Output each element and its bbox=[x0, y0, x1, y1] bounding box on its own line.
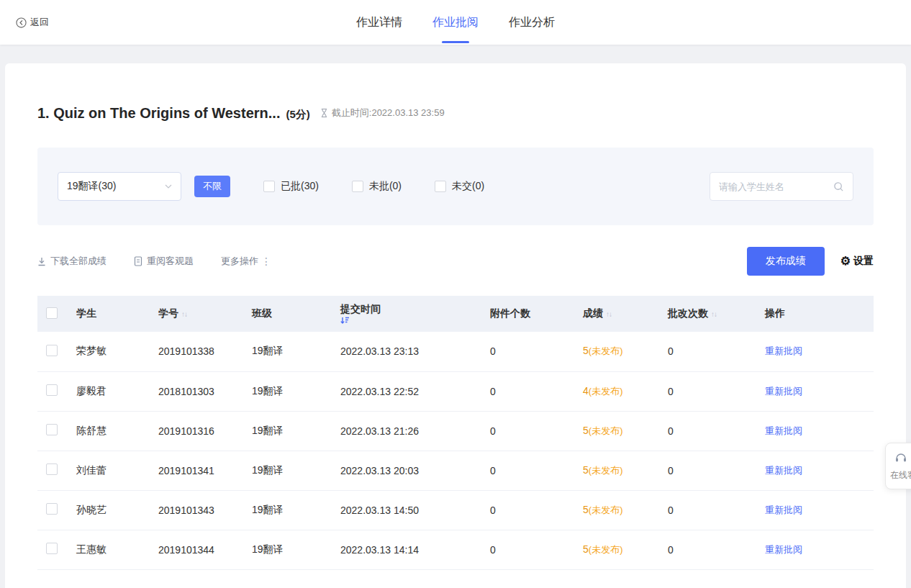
cell-student: 孙晓艺 bbox=[71, 490, 153, 530]
cell-correction-count: 0 bbox=[662, 371, 759, 411]
checkbox-icon[interactable] bbox=[263, 181, 275, 192]
row-checkbox[interactable] bbox=[46, 384, 58, 396]
sort-descending-icon[interactable] bbox=[340, 316, 484, 325]
cell-student: 陈舒慧 bbox=[71, 411, 153, 451]
cell-correction-count: 0 bbox=[662, 411, 759, 451]
cell-student-id: 2018101303 bbox=[153, 371, 246, 411]
filter-all-button[interactable]: 不限 bbox=[194, 176, 230, 197]
assignment-score: (5分) bbox=[286, 108, 309, 122]
table-row: 陈舒慧 2019101316 19翻译 2022.03.13 21:26 0 5… bbox=[37, 411, 874, 451]
sort-icon[interactable]: ↑↓ bbox=[711, 310, 717, 318]
cell-correction-count: 0 bbox=[662, 332, 759, 371]
cell-student-id: 2019101341 bbox=[153, 451, 246, 490]
publish-grades-button[interactable]: 发布成绩 bbox=[747, 247, 825, 276]
row-checkbox[interactable] bbox=[46, 424, 58, 435]
table-row: 王惠敏 2019101344 19翻译 2022.03.13 14:14 0 5… bbox=[37, 530, 874, 569]
main-card: 1. Quiz on The Origins of Western... (5分… bbox=[5, 63, 906, 588]
select-all-checkbox[interactable] bbox=[46, 307, 58, 319]
more-dots-icon: ⋮ bbox=[261, 255, 271, 267]
tab-assignment-detail[interactable]: 作业详情 bbox=[355, 0, 404, 45]
score-status: (未发布) bbox=[589, 505, 623, 515]
table-row: 孙晓艺 2019101343 19翻译 2022.03.13 14:50 0 5… bbox=[37, 490, 874, 530]
rereview-link[interactable]: 重新批阅 bbox=[765, 386, 802, 397]
row-checkbox[interactable] bbox=[46, 463, 58, 475]
checkbox-icon[interactable] bbox=[352, 181, 363, 192]
cell-attachments: 0 bbox=[484, 490, 577, 530]
customer-service-widget[interactable]: 在线客服 bbox=[885, 443, 911, 489]
class-select[interactable]: 19翻译(30) bbox=[58, 172, 181, 201]
cell-student: 荣梦敏 bbox=[71, 332, 153, 371]
more-actions-link[interactable]: 更多操作 ⋮ bbox=[221, 255, 271, 268]
cell-actions: 重新批阅 bbox=[759, 530, 874, 569]
cell-actions: 重新批阅 bbox=[759, 411, 874, 451]
sort-icon[interactable]: ↑↓ bbox=[181, 310, 187, 318]
filter-bar: 19翻译(30) 不限 已批(30) 未批(0) 未交(0) bbox=[37, 148, 874, 225]
cell-score: 4(未发布) bbox=[577, 371, 662, 411]
search-input[interactable] bbox=[719, 181, 828, 192]
document-icon bbox=[134, 256, 142, 266]
checkbox-icon[interactable] bbox=[435, 181, 446, 192]
search-icon[interactable] bbox=[833, 181, 844, 192]
back-button[interactable]: 返回 bbox=[16, 16, 49, 29]
cell-attachments: 0 bbox=[484, 411, 577, 451]
row-checkbox[interactable] bbox=[46, 543, 58, 554]
cell-student: 廖毅君 bbox=[71, 371, 153, 411]
cell-score: 5(未发布) bbox=[577, 411, 662, 451]
filter-checkbox-unsubmitted[interactable]: 未交(0) bbox=[435, 180, 484, 193]
rereview-link[interactable]: 重新批阅 bbox=[765, 425, 802, 436]
rereview-link[interactable]: 重新批阅 bbox=[765, 345, 802, 356]
rereview-link[interactable]: 重新批阅 bbox=[765, 465, 802, 476]
cell-student-id: 2019101316 bbox=[153, 411, 246, 451]
row-checkbox[interactable] bbox=[46, 345, 58, 356]
score-status: (未发布) bbox=[589, 345, 623, 356]
assignment-header: 1. Quiz on The Origins of Western... (5分… bbox=[37, 105, 874, 122]
cell-score: 5(未发布) bbox=[577, 332, 662, 371]
row-checkbox[interactable] bbox=[46, 503, 58, 515]
assignment-title: 1. Quiz on The Origins of Western... bbox=[37, 105, 280, 122]
cell-submit-time: 2022.03.13 22:52 bbox=[335, 371, 484, 411]
cell-class: 19翻译 bbox=[246, 530, 335, 569]
table-row: 刘佳蕾 2019101341 19翻译 2022.03.13 20:03 0 5… bbox=[37, 451, 874, 490]
cell-attachments: 0 bbox=[484, 371, 577, 411]
cell-score: 5(未发布) bbox=[577, 490, 662, 530]
col-class: 班级 bbox=[246, 296, 335, 332]
gear-icon: ⚙ bbox=[840, 255, 851, 267]
back-icon bbox=[16, 17, 27, 28]
cell-student-id: 2019101338 bbox=[153, 332, 246, 371]
settings-button[interactable]: ⚙ 设置 bbox=[840, 255, 874, 268]
hourglass-icon bbox=[320, 108, 328, 118]
download-all-grades-link[interactable]: 下载全部成绩 bbox=[37, 255, 106, 268]
cell-class: 19翻译 bbox=[246, 371, 335, 411]
cell-actions: 重新批阅 bbox=[759, 490, 874, 530]
cell-class: 19翻译 bbox=[246, 451, 335, 490]
rereview-link[interactable]: 重新批阅 bbox=[765, 544, 802, 555]
cell-submit-time: 2022.03.13 23:13 bbox=[335, 332, 484, 371]
tab-bar: 作业详情 作业批阅 作业分析 bbox=[355, 0, 556, 45]
chevron-down-icon bbox=[165, 184, 172, 189]
cell-submit-time: 2022.03.13 21:26 bbox=[335, 411, 484, 451]
back-label: 返回 bbox=[30, 16, 49, 29]
cell-submit-time: 2022.03.13 14:14 bbox=[335, 530, 484, 569]
rereview-link[interactable]: 重新批阅 bbox=[765, 505, 802, 515]
cell-class: 19翻译 bbox=[246, 490, 335, 530]
sort-icon[interactable]: ↑↓ bbox=[606, 310, 612, 318]
col-correction-count: 批改次数↑↓ bbox=[662, 296, 759, 332]
col-score: 成绩↑↓ bbox=[577, 296, 662, 332]
cell-score: 5(未发布) bbox=[577, 530, 662, 569]
tab-assignment-analysis[interactable]: 作业分析 bbox=[507, 0, 556, 45]
cell-score: 5(未发布) bbox=[577, 451, 662, 490]
student-search bbox=[710, 172, 853, 201]
filter-checkbox-ungraded[interactable]: 未批(0) bbox=[352, 180, 402, 193]
cell-actions: 重新批阅 bbox=[759, 371, 874, 411]
cell-correction-count: 0 bbox=[662, 451, 759, 490]
cell-correction-count: 0 bbox=[662, 530, 759, 569]
filter-checkbox-graded[interactable]: 已批(30) bbox=[263, 180, 319, 193]
col-student: 学生 bbox=[71, 296, 153, 332]
col-attachments: 附件个数 bbox=[484, 296, 577, 332]
cell-class: 19翻译 bbox=[246, 332, 335, 371]
col-student-id: 学号↑↓ bbox=[153, 296, 246, 332]
review-objective-link[interactable]: 重阅客观题 bbox=[134, 255, 194, 268]
cell-student: 王惠敏 bbox=[71, 530, 153, 569]
tab-assignment-review[interactable]: 作业批阅 bbox=[431, 0, 480, 45]
deadline-text: 截止时间:2022.03.13 23:59 bbox=[332, 107, 445, 119]
